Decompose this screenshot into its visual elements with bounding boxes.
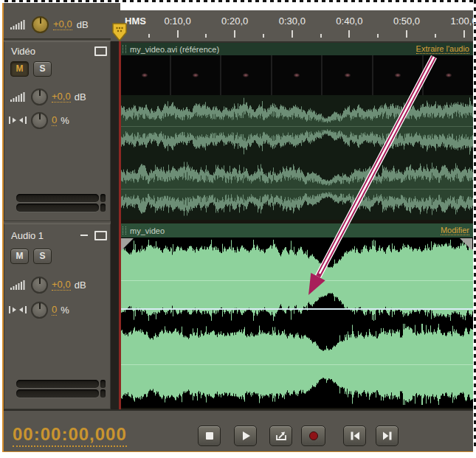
ruler-tick-label: 0:30,0 — [279, 15, 306, 27]
timeline-ruler[interactable]: HMS 0:10,00:20,00:30,00:40,00:50,01:00,0 — [120, 10, 473, 43]
video-thumbnail — [322, 55, 373, 95]
audio-mute-button[interactable]: M — [10, 249, 29, 264]
audio-track-panel: Audio 1 M S +0,0 dB 0 % — [4, 223, 111, 409]
audio-clip-title: my_video — [130, 226, 165, 235]
audio-clip-titlebar[interactable]: my_video Modifier — [120, 223, 473, 237]
previous-icon — [349, 430, 361, 442]
video-pan-unit: % — [61, 115, 69, 126]
video-thumbnail — [272, 55, 323, 95]
ruler-unit-label: HMS — [125, 15, 146, 27]
video-clip-titlebar[interactable]: my_video.avi (référence) Extraire l'audi… — [120, 43, 473, 55]
video-level-meter — [16, 194, 106, 212]
master-volume-row: +0,0 dB — [10, 16, 89, 32]
expand-panel-icon[interactable] — [94, 231, 107, 240]
next-icon — [382, 430, 393, 442]
ruler-major-tick — [463, 30, 465, 38]
crop-dashed-border-top — [4, 0, 476, 2]
clip-drag-grip-icon[interactable] — [123, 45, 126, 53]
video-thumbnail — [120, 55, 171, 95]
video-volume-unit: dB — [75, 91, 86, 103]
video-thumbnail-strip — [120, 55, 473, 95]
audio-pan-value[interactable]: 0 — [52, 305, 57, 316]
pan-icon — [8, 114, 27, 126]
ruler-minor-tick — [320, 34, 322, 38]
go-to-previous-button[interactable] — [343, 426, 366, 446]
volume-bars-icon — [10, 18, 27, 30]
ruler-tick-label: 0:20,0 — [221, 15, 248, 27]
audio-level-meter — [16, 380, 106, 398]
volume-bars-icon — [10, 91, 27, 103]
video-pan-value[interactable]: 0 — [52, 115, 57, 126]
video-thumbnail — [221, 55, 272, 95]
fade-in-handle[interactable] — [121, 238, 134, 251]
ruler-major-tick — [292, 30, 293, 38]
audio-volume-knob[interactable] — [31, 277, 48, 294]
loop-playback-icon — [275, 430, 288, 442]
stop-button[interactable] — [198, 426, 221, 446]
ruler-minor-tick — [435, 34, 436, 38]
ruler-minor-tick — [148, 34, 150, 38]
go-to-next-button[interactable] — [376, 426, 399, 446]
extract-audio-link[interactable]: Extraire l'audio — [416, 44, 469, 54]
ruler-tick-label: 0:10,0 — [165, 15, 191, 27]
ruler-major-tick — [406, 30, 407, 38]
timecode-display[interactable]: 00:00:00,000 — [13, 424, 127, 447]
playhead-marker-icon[interactable] — [111, 22, 128, 42]
ruler-minor-tick — [205, 34, 207, 38]
play-icon — [240, 430, 252, 442]
record-icon — [308, 430, 320, 442]
volume-envelope-line[interactable] — [120, 308, 473, 310]
master-volume-knob[interactable] — [32, 16, 49, 33]
ruler-tick-label: 0:40,0 — [336, 15, 362, 27]
audio-pan-unit: % — [61, 305, 69, 316]
ruler-major-tick — [348, 30, 350, 38]
modify-link[interactable]: Modifier — [441, 226, 469, 235]
master-volume-unit: dB — [77, 19, 89, 30]
minimize-icon[interactable] — [80, 235, 88, 236]
video-thumbnail — [424, 55, 473, 95]
ruler-major-tick — [234, 30, 235, 38]
stop-icon — [204, 430, 215, 442]
video-volume-knob[interactable] — [31, 89, 48, 105]
clip-drag-grip-icon[interactable] — [123, 226, 126, 235]
video-clip-title: my_video.avi (référence) — [130, 45, 219, 54]
ruler-minor-tick — [263, 34, 264, 38]
video-pan-knob[interactable] — [31, 112, 48, 129]
record-button[interactable] — [301, 426, 325, 446]
video-mute-button[interactable]: M — [10, 61, 29, 77]
ruler-tick-label: 1:00,0 — [451, 15, 476, 27]
fade-out-handle[interactable] — [460, 238, 472, 251]
audio-pan-knob[interactable] — [31, 302, 48, 319]
audio-volume-unit: dB — [75, 280, 86, 291]
audio-solo-button[interactable]: S — [33, 249, 52, 264]
video-clip-waveform — [120, 95, 473, 220]
ruler-minor-tick — [377, 34, 379, 38]
video-track-panel: Vidéo M S +0,0 dB 0 % — [4, 41, 111, 221]
expand-panel-icon[interactable] — [94, 46, 107, 56]
ruler-tick-label: 0:50,0 — [393, 15, 420, 27]
app-window: +0,0 dB Vidéo M S +0,0 dB 0 — [0, 0, 476, 458]
transport-bar: 00:00:00,000 — [4, 409, 473, 451]
volume-bars-icon — [10, 279, 27, 291]
video-track-name: Vidéo — [11, 46, 35, 57]
loop-playback-button[interactable] — [269, 426, 292, 446]
audio-clip-waveform[interactable] — [120, 237, 473, 408]
video-thumbnail — [373, 55, 424, 95]
audio-volume-value[interactable]: +0,0 — [52, 280, 71, 291]
play-button[interactable] — [234, 426, 257, 446]
master-volume-value[interactable]: +0,0 — [53, 19, 72, 30]
separator — [4, 38, 111, 40]
video-solo-button[interactable]: S — [33, 61, 52, 77]
video-thumbnail — [171, 55, 222, 95]
audio-track-name: Audio 1 — [11, 230, 44, 241]
playhead-line — [119, 41, 121, 409]
video-volume-value[interactable]: +0,0 — [52, 91, 71, 103]
pan-icon — [8, 304, 27, 316]
ruler-major-tick — [177, 30, 179, 38]
